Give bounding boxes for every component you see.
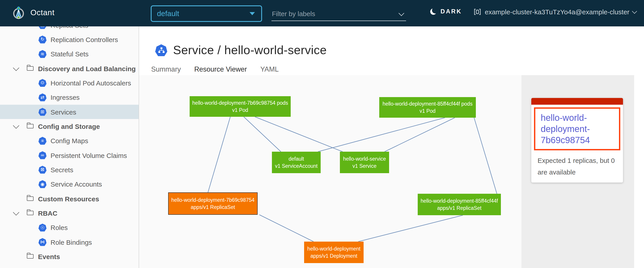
detail-panel: hello-world-deployment-7b69c98754 Expect…: [522, 75, 634, 268]
theme-toggle-button[interactable]: DARK: [430, 8, 462, 15]
sidebar: ▤ Replica Sets ↻ Replication Controllers…: [0, 26, 139, 268]
sidebar-group-events[interactable]: Events: [0, 250, 139, 264]
graph-edge: [260, 215, 314, 242]
error-alert-box: hello-world-deployment-7b69c98754: [534, 108, 620, 150]
folder-icon: [27, 66, 34, 71]
moon-icon: [430, 8, 437, 15]
graph-edge: [384, 118, 455, 152]
sidebar-item-replica-sets[interactable]: ▤ Replica Sets: [0, 26, 139, 32]
sidebar-group-discovery-and-load-balancing[interactable]: Discovery and Load Balancing: [0, 61, 139, 76]
stateful-sets-icon: ≋: [38, 50, 46, 58]
chevron-down-icon[interactable]: [13, 210, 19, 216]
theme-toggle-label: DARK: [440, 8, 462, 15]
content-header: Service / hello-world-service Summary Re…: [139, 26, 644, 75]
replica-sets-icon: ▤: [38, 26, 46, 29]
graph-node-replicaset-85ff4cf44f[interactable]: hello-world-deployment-85ff4cf44f apps/v…: [418, 194, 501, 215]
chevron-down-icon[interactable]: [13, 65, 19, 71]
sidebar-item-service-accounts[interactable]: ◉ Service Accounts: [0, 177, 139, 192]
graph-node-replicaset-7b69c98754[interactable]: hello-world-deployment-7b69c98754 apps/v…: [168, 192, 258, 215]
graph-edge: [358, 215, 463, 242]
graph-edge: [244, 117, 281, 152]
role-bindings-icon: ⋈: [38, 238, 46, 246]
folder-icon: [27, 211, 34, 216]
sidebar-item-ingresses[interactable]: ⇄ Ingresses: [0, 90, 139, 105]
resource-graph: hello-world-deployment-7b69c98754 pods v…: [139, 75, 522, 268]
app-header: Octant default DARK example-cluster-ka3T…: [0, 0, 644, 26]
sidebar-group-rbac[interactable]: RBAC: [0, 206, 139, 220]
replication-controllers-icon: ↻: [38, 36, 46, 44]
config-maps-icon: ≡: [38, 137, 46, 145]
ingresses-icon: ⇄: [38, 94, 46, 102]
sidebar-group-config-and-storage[interactable]: Config and Storage: [0, 119, 139, 134]
namespace-dropdown-value: default: [157, 10, 250, 18]
cluster-icon: [474, 8, 481, 16]
graph-node-pods-85ff4cf44f[interactable]: hello-world-deployment-85ff4cf44f pods v…: [379, 97, 476, 118]
sidebar-item-roles[interactable]: ☉ Roles: [0, 220, 139, 235]
graph-edge: [474, 118, 497, 194]
sidebar-item-persistent-volume-claims[interactable]: ∞ Persistent Volume Claims: [0, 148, 139, 163]
folder-icon: [27, 254, 34, 259]
sidebar-item-secrets[interactable]: ⊠ Secrets: [0, 163, 139, 177]
graph-node-deployment-hello-world[interactable]: hello-world-deployment apps/v1 Deploymen…: [304, 242, 364, 263]
folder-icon: [27, 196, 34, 201]
sidebar-item-config-maps[interactable]: ≡ Config Maps: [0, 134, 139, 148]
secrets-icon: ⊠: [38, 166, 46, 174]
folder-icon: [27, 124, 34, 129]
service-icon: [155, 44, 167, 56]
app-title: Octant: [30, 8, 54, 18]
service-accounts-icon: ◉: [38, 180, 46, 188]
sidebar-item-services[interactable]: ⊞ Services: [0, 105, 139, 119]
octant-window: Octant default DARK example-cluster-ka3T…: [0, 0, 644, 268]
label-filter-input[interactable]: [272, 8, 393, 18]
chevron-down-icon: [632, 9, 637, 14]
namespace-dropdown[interactable]: default: [151, 5, 262, 22]
graph-node-service-hello-world-service[interactable]: hello-world-service v1 Service: [340, 152, 389, 173]
replicaset-link[interactable]: hello-world-deployment-7b69c98754: [541, 113, 590, 145]
page-title: Service / hello-world-service: [173, 44, 327, 57]
sidebar-nav: ▤ Replica Sets ↻ Replication Controllers…: [0, 26, 139, 264]
caret-down-icon: [250, 12, 255, 15]
sidebar-item-stateful-sets[interactable]: ≋ Stateful Sets: [0, 47, 139, 61]
graph-edge: [255, 117, 342, 152]
octant-logo-icon: [12, 6, 26, 20]
chevron-down-icon[interactable]: [398, 10, 404, 16]
graph-node-pods-7b69c98754[interactable]: hello-world-deployment-7b69c98754 pods v…: [190, 96, 291, 117]
graph-edge: [208, 117, 230, 192]
persistent-volume-claims-icon: ∞: [38, 151, 46, 159]
services-icon: ⊞: [38, 108, 46, 116]
roles-icon: ☉: [38, 224, 46, 232]
chevron-down-icon[interactable]: [13, 122, 19, 129]
cluster-selector[interactable]: example-cluster-ka3TuTzYo4a@example-clus…: [474, 8, 636, 16]
error-status-bar: [531, 98, 623, 105]
replicas-warning-message: Expected 1 replicas, but 0 are available: [531, 150, 623, 178]
cluster-name: example-cluster-ka3TuTzYo4a@example-clus…: [485, 8, 630, 16]
sidebar-item-horizontal-pod-autoscalers[interactable]: ⊙ Horizontal Pod Autoscalers: [0, 76, 139, 90]
graph-node-serviceaccount-default[interactable]: default v1 ServiceAccount: [272, 152, 321, 173]
sidebar-group-custom-resources[interactable]: Custom Resources: [0, 192, 139, 206]
sidebar-item-replication-controllers[interactable]: ↻ Replication Controllers: [0, 32, 139, 47]
replicaset-status-card: hello-world-deployment-7b69c98754 Expect…: [531, 98, 623, 182]
label-filter: [272, 8, 406, 21]
horizontal-pod-autoscalers-icon: ⊙: [38, 79, 46, 87]
sidebar-item-role-bindings[interactable]: ⋈ Role Bindings: [0, 235, 139, 250]
graph-edge: [318, 118, 445, 152]
